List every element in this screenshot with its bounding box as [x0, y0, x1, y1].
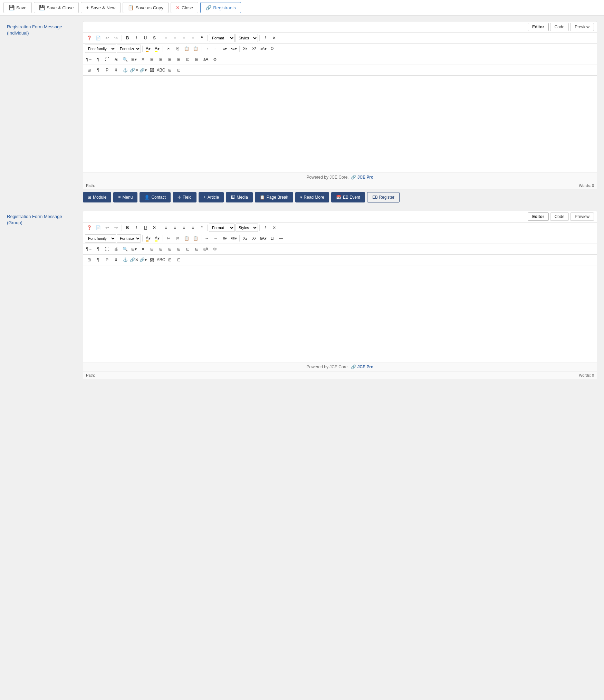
table2-btn[interactable]: ⊞	[166, 66, 174, 74]
spell-btn[interactable]: ABC	[157, 66, 165, 74]
align-right-btn[interactable]: ≡	[180, 34, 188, 42]
preview-btn3[interactable]: 🔍	[121, 245, 129, 253]
print-btn2[interactable]: 🖨	[112, 245, 120, 253]
para-btn2[interactable]: ¶	[94, 256, 102, 264]
table-prop-btn[interactable]: ⊟	[148, 55, 156, 64]
align-center-btn2[interactable]: ≡	[171, 224, 179, 232]
print-btn[interactable]: 🖨	[112, 55, 120, 64]
format-select[interactable]: Format	[209, 34, 235, 42]
show-blocks-btn2[interactable]: ¶→	[85, 245, 93, 253]
italic-btn2[interactable]: I	[132, 224, 141, 232]
preview-btn2[interactable]: 🔍	[121, 55, 129, 64]
subscript-btn2[interactable]: X₂	[241, 234, 249, 243]
redo-btn2[interactable]: ↪	[112, 224, 120, 232]
unordered-list-btn2[interactable]: •≡▾	[230, 234, 238, 243]
fullscreen-btn[interactable]: ⛶	[103, 55, 111, 64]
save-close-button[interactable]: 💾 Save & Close	[34, 2, 79, 13]
superscript-btn2[interactable]: X²	[250, 234, 258, 243]
highlight-color-btn2[interactable]: A▾	[153, 234, 161, 243]
cut-btn[interactable]: ✂	[164, 45, 173, 53]
show-invisible-btn2[interactable]: ¶	[94, 245, 102, 253]
align-left-btn2[interactable]: ≡	[162, 224, 170, 232]
table-del-btn2[interactable]: ✕	[139, 245, 147, 253]
align-justify-btn[interactable]: ≡	[189, 34, 197, 42]
paste-btn2[interactable]: 📋	[182, 234, 191, 243]
styles-select[interactable]: Styles	[236, 34, 258, 42]
image-btn2[interactable]: 🖼	[148, 256, 156, 264]
show-invisible-btn[interactable]: ¶	[94, 55, 102, 64]
anchor-insert-btn[interactable]: ⬇	[112, 66, 120, 74]
grid-btn[interactable]: ⊞	[85, 66, 93, 74]
special-char-btn[interactable]: Ω	[268, 45, 276, 53]
horizontal-rule-btn[interactable]: —	[277, 45, 285, 53]
unlink-btn2[interactable]: 🔗✕	[130, 256, 138, 264]
misc-btn[interactable]: ⊡	[175, 66, 183, 74]
table-cell-btn2[interactable]: ⊞	[175, 245, 183, 253]
table3-btn[interactable]: ⊞	[166, 256, 174, 264]
align-left-btn[interactable]: ≡	[162, 34, 170, 42]
table-col-btn[interactable]: ⊞	[157, 55, 165, 64]
editor2-area[interactable]	[83, 265, 597, 362]
field-btn[interactable]: ✛ Field	[173, 192, 196, 202]
registrants-button[interactable]: 🔗 Registrants	[200, 2, 241, 13]
fullscreen-btn2[interactable]: ⛶	[103, 245, 111, 253]
font-size-change-btn[interactable]: aA▾	[259, 45, 267, 53]
table-split-btn2[interactable]: ⊟	[193, 245, 201, 253]
table-row-btn2[interactable]: ⊞	[166, 245, 174, 253]
misc-btn2[interactable]: ⊡	[175, 256, 183, 264]
undo-btn[interactable]: ↩	[103, 34, 111, 42]
strikethrough-btn[interactable]: S	[150, 34, 159, 42]
table-merge-btn[interactable]: ⊡	[184, 55, 192, 64]
outdent-btn[interactable]: ←	[212, 45, 220, 53]
ordered-list-btn2[interactable]: ≡▾	[221, 234, 229, 243]
table-btn2[interactable]: ⊞▾	[130, 245, 138, 253]
module-btn[interactable]: ⊞ Module	[83, 192, 111, 202]
copy-btn[interactable]: ⎘	[173, 45, 182, 53]
align-justify-btn2[interactable]: ≡	[189, 224, 197, 232]
unordered-list-btn[interactable]: •≡▾	[230, 45, 238, 53]
horizontal-rule-btn2[interactable]: —	[277, 234, 285, 243]
superscript-btn[interactable]: X²	[250, 45, 258, 53]
save-copy-button[interactable]: 📋 Save as Copy	[123, 2, 169, 13]
table-row-btn[interactable]: ⊞	[166, 55, 174, 64]
outdent-btn2[interactable]: ←	[212, 234, 220, 243]
font-color-btn[interactable]: A▾	[144, 45, 152, 53]
undo-btn2[interactable]: ↩	[103, 224, 111, 232]
italic3-btn[interactable]: I	[261, 224, 269, 232]
tab1-preview[interactable]: Preview	[570, 23, 594, 31]
font-size-select[interactable]: Font size	[117, 45, 141, 53]
close-button[interactable]: ✕ Close	[171, 2, 198, 13]
save-new-button[interactable]: + Save & New	[81, 2, 121, 13]
jce-pro-link2[interactable]: JCE Pro	[357, 365, 374, 369]
indent-btn2[interactable]: →	[203, 234, 211, 243]
highlight-color-btn[interactable]: A▾	[153, 45, 161, 53]
settings-btn[interactable]: ⚙	[211, 55, 219, 64]
image-btn[interactable]: 🖼	[148, 66, 156, 74]
spell-btn2[interactable]: ABC	[157, 256, 165, 264]
table-prop-btn2[interactable]: ⊟	[148, 245, 156, 253]
styles-select2[interactable]: Styles	[236, 224, 258, 232]
table-del-btn[interactable]: ✕	[139, 55, 147, 64]
unlink-btn[interactable]: 🔗✕	[130, 66, 138, 74]
cut-btn2[interactable]: ✂	[164, 234, 173, 243]
new-doc-btn2[interactable]: 📄	[94, 224, 102, 232]
paste-text-btn2[interactable]: 📋	[191, 234, 200, 243]
format-select2[interactable]: Format	[209, 224, 235, 232]
help-btn[interactable]: ❓	[85, 34, 93, 42]
table-split-btn[interactable]: ⊟	[193, 55, 201, 64]
italic-btn[interactable]: I	[132, 34, 141, 42]
paste-text-btn[interactable]: 📋	[191, 45, 200, 53]
help-btn2[interactable]: ❓	[85, 224, 93, 232]
article-btn[interactable]: + Article	[199, 192, 224, 202]
media-btn[interactable]: 🖼 Media	[226, 192, 253, 202]
table-merge-btn2[interactable]: ⊡	[184, 245, 192, 253]
table-sort-btn[interactable]: aA	[202, 55, 210, 64]
settings-btn2[interactable]: ⚙	[211, 245, 219, 253]
underline-btn[interactable]: U	[141, 34, 150, 42]
show-blocks-btn[interactable]: ¶→	[85, 55, 93, 64]
jce-pro-link[interactable]: JCE Pro	[357, 175, 374, 180]
font-color-btn2[interactable]: A▾	[144, 234, 152, 243]
subscript-btn[interactable]: X₂	[241, 45, 249, 53]
grid-btn2[interactable]: ⊞	[85, 256, 93, 264]
bold-btn2[interactable]: B	[123, 224, 132, 232]
